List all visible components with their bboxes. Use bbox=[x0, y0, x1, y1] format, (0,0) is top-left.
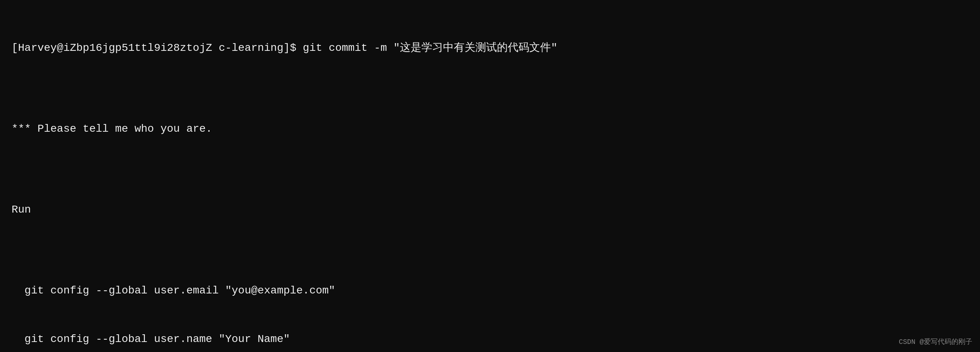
terminal-output: [Harvey@iZbp16jgp51ttl9i28ztojZ c-learni… bbox=[12, 8, 968, 352]
git-config-name-line: git config --global user.name "Your Name… bbox=[12, 331, 968, 347]
git-config-email-line: git config --global user.email "you@exam… bbox=[12, 283, 968, 299]
watermark: CSDN @爱写代码的刚子 bbox=[899, 337, 972, 347]
please-tell-line: *** Please tell me who you are. bbox=[12, 121, 968, 137]
command-line: [Harvey@iZbp16jgp51ttl9i28ztojZ c-learni… bbox=[12, 40, 968, 56]
run-line: Run bbox=[12, 202, 968, 218]
